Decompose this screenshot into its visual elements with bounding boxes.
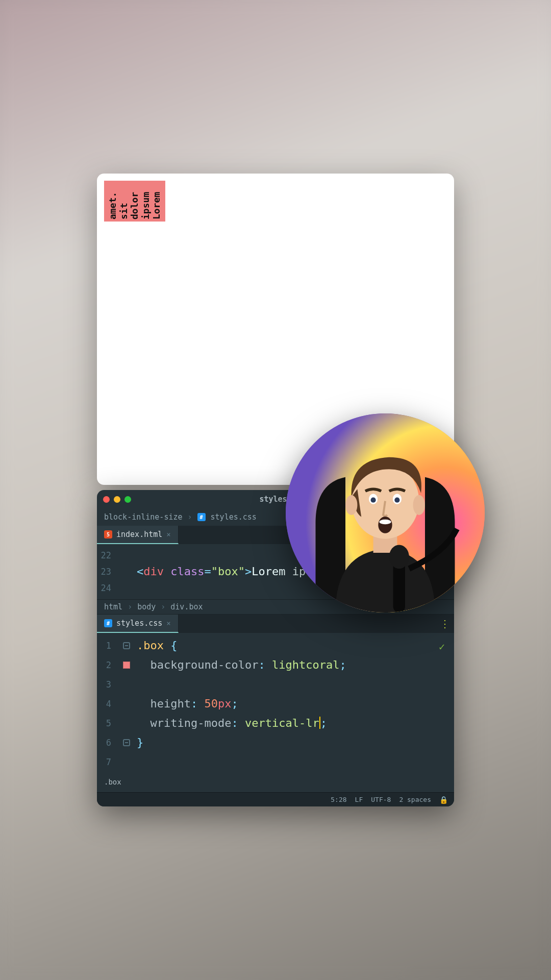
- code-line[interactable]: }: [137, 733, 143, 752]
- line-number: 23: [97, 564, 116, 580]
- code-line[interactable]: writing-mode: vertical-lr;: [137, 714, 327, 733]
- presenter-avatar: [286, 413, 485, 612]
- code-line[interactable]: height: 50px;: [137, 694, 238, 714]
- css-code-area[interactable]: ✓ 1 .box { 2 background-color: lightcora…: [97, 633, 454, 775]
- breadcrumb-file[interactable]: styles.css: [211, 512, 257, 522]
- line-number: 24: [97, 580, 116, 596]
- color-swatch-icon[interactable]: [123, 662, 130, 669]
- status-eol[interactable]: LF: [355, 796, 363, 803]
- window-minimize-dot[interactable]: [114, 496, 120, 503]
- selector-path[interactable]: .box: [97, 775, 454, 789]
- close-icon[interactable]: ×: [166, 619, 170, 627]
- line-number: 5: [97, 714, 116, 733]
- chevron-right-icon: ›: [128, 602, 132, 611]
- tab-index-html[interactable]: 5 index.html ×: [97, 526, 179, 544]
- window-zoom-dot[interactable]: [124, 496, 131, 503]
- line-number: 2: [97, 655, 116, 675]
- tab-label: styles.css: [116, 619, 162, 628]
- svg-point-4: [413, 495, 425, 515]
- code-line[interactable]: .box {: [137, 636, 177, 655]
- more-icon[interactable]: ⋮: [440, 618, 449, 630]
- css-editor-tabrow: # styles.css × ⋮: [97, 615, 454, 633]
- status-encoding[interactable]: UTF-8: [371, 796, 391, 803]
- svg-point-7: [371, 498, 376, 503]
- check-icon: ✓: [439, 637, 445, 656]
- status-cursor-pos[interactable]: 5:28: [331, 796, 346, 803]
- fold-icon[interactable]: [123, 739, 130, 746]
- svg-point-8: [394, 498, 399, 503]
- breadcrumb-project[interactable]: block-inline-size: [104, 512, 183, 522]
- svg-point-10: [379, 520, 391, 524]
- window-close-dot[interactable]: [103, 496, 110, 503]
- svg-point-3: [345, 495, 357, 515]
- line-number: 7: [97, 752, 116, 772]
- line-number: 3: [97, 675, 116, 694]
- breadcrumb-node[interactable]: div.box: [170, 602, 203, 611]
- fold-icon[interactable]: [123, 642, 130, 649]
- close-icon[interactable]: ×: [166, 530, 170, 538]
- line-number: 6: [97, 733, 116, 752]
- breadcrumb-node[interactable]: html: [104, 602, 122, 611]
- lock-icon[interactable]: 🔒: [439, 796, 448, 804]
- tab-label: index.html: [116, 530, 162, 539]
- status-bar: 5:28 LF UTF-8 2 spaces 🔒: [97, 792, 454, 806]
- tab-styles-css[interactable]: # styles.css ×: [97, 615, 179, 633]
- breadcrumb-node[interactable]: body: [137, 602, 156, 611]
- css-file-icon: #: [104, 619, 112, 627]
- webcam-overlay: [286, 413, 485, 612]
- line-number: 22: [97, 547, 116, 564]
- chevron-right-icon: ›: [161, 602, 165, 611]
- svg-point-12: [389, 545, 409, 569]
- line-number: 4: [97, 694, 116, 714]
- css-file-icon: #: [197, 513, 206, 521]
- line-number: 1: [97, 636, 116, 655]
- html-file-icon: 5: [104, 530, 112, 538]
- svg-point-9: [378, 517, 392, 533]
- code-line[interactable]: <div class="box">Lorem ip: [137, 564, 306, 580]
- status-indent[interactable]: 2 spaces: [399, 796, 431, 803]
- chevron-right-icon: ›: [188, 512, 192, 522]
- code-line[interactable]: background-color: lightcoral;: [137, 655, 346, 675]
- demo-box: Lorem ipsum dolor sit amet.: [104, 181, 165, 222]
